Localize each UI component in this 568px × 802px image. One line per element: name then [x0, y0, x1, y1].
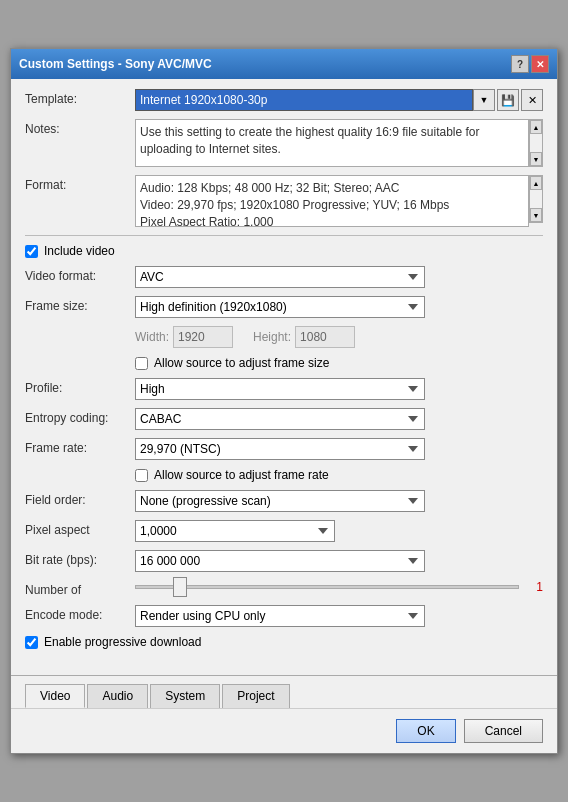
pixel-aspect-select[interactable]: 1,0000 0,9091 1,2121	[135, 520, 335, 542]
dialog-title: Custom Settings - Sony AVC/MVC	[19, 57, 212, 71]
main-content: Template: ▼ 💾 ✕ Notes: Use this setting …	[11, 79, 557, 667]
template-delete-button[interactable]: ✕	[521, 89, 543, 111]
encode-mode-label: Encode mode:	[25, 605, 135, 622]
title-bar-buttons: ? ✕	[511, 55, 549, 73]
encode-mode-field: Render using CPU only Render using GPU	[135, 605, 543, 627]
dimensions-spacer	[25, 326, 135, 329]
frame-size-label: Frame size:	[25, 296, 135, 313]
allow-source-frame-checkbox[interactable]	[135, 357, 148, 370]
format-scroll-down[interactable]: ▼	[530, 208, 542, 222]
pixel-aspect-label: Pixel aspect	[25, 520, 135, 537]
frame-size-row: Frame size: High definition (1920x1080) …	[25, 296, 543, 318]
allow-source-frame-rate-row: Allow source to adjust frame rate	[25, 468, 543, 482]
field-order-field: None (progressive scan) Upper field firs…	[135, 490, 543, 512]
number-of-value: 1	[523, 580, 543, 594]
scroll-up-arrow[interactable]: ▲	[530, 120, 542, 134]
template-row: Template: ▼ 💾 ✕	[25, 89, 543, 111]
allow-source-frame-row: Allow source to adjust frame size	[25, 356, 543, 370]
format-line1: Audio: 128 Kbps; 48 000 Hz; 32 Bit; Ster…	[140, 180, 524, 197]
include-video-label: Include video	[44, 244, 115, 258]
profile-select[interactable]: High Main Baseline	[135, 378, 425, 400]
field-order-select[interactable]: None (progressive scan) Upper field firs…	[135, 490, 425, 512]
button-row: OK Cancel	[11, 708, 557, 753]
bit-rate-label: Bit rate (bps):	[25, 550, 135, 567]
tab-video[interactable]: Video	[25, 684, 85, 708]
encode-mode-select[interactable]: Render using CPU only Render using GPU	[135, 605, 425, 627]
profile-row: Profile: High Main Baseline	[25, 378, 543, 400]
cancel-button[interactable]: Cancel	[464, 719, 543, 743]
allow-source-frame-label: Allow source to adjust frame size	[154, 356, 329, 370]
notes-label: Notes:	[25, 119, 135, 136]
enable-progressive-checkbox[interactable]	[25, 636, 38, 649]
entropy-coding-label: Entropy coding:	[25, 408, 135, 425]
notes-row: Notes: Use this setting to create the hi…	[25, 119, 543, 167]
video-format-field: AVC MVC	[135, 266, 543, 288]
title-bar: Custom Settings - Sony AVC/MVC ? ✕	[11, 49, 557, 79]
dialog: Custom Settings - Sony AVC/MVC ? ✕ Templ…	[10, 48, 558, 754]
tab-system[interactable]: System	[150, 684, 220, 708]
frame-size-field: High definition (1920x1080) Standard def…	[135, 296, 543, 318]
format-line3: Pixel Aspect Ratio: 1,000	[140, 214, 524, 227]
frame-rate-select[interactable]: 29,970 (NTSC) 25,000 (PAL) 23,976	[135, 438, 425, 460]
encode-mode-row: Encode mode: Render using CPU only Rende…	[25, 605, 543, 627]
frame-rate-field: 29,970 (NTSC) 25,000 (PAL) 23,976	[135, 438, 543, 460]
number-of-row: Number of 1	[25, 580, 543, 597]
allow-source-rate-spacer	[25, 468, 135, 471]
video-format-select[interactable]: AVC MVC	[135, 266, 425, 288]
notes-text: Use this setting to create the highest q…	[135, 119, 529, 167]
template-label: Template:	[25, 89, 135, 106]
entropy-coding-select[interactable]: CABAC CAVLC	[135, 408, 425, 430]
separator-1	[25, 235, 543, 236]
bit-rate-field: 16 000 000 8 000 000 4 000 000	[135, 550, 543, 572]
video-format-row: Video format: AVC MVC	[25, 266, 543, 288]
template-dropdown-button[interactable]: ▼	[473, 89, 495, 111]
height-label: Height:	[253, 330, 291, 344]
help-button[interactable]: ?	[511, 55, 529, 73]
format-scrollbar[interactable]: ▲ ▼	[529, 175, 543, 223]
scroll-down-arrow[interactable]: ▼	[530, 152, 542, 166]
ok-button[interactable]: OK	[396, 719, 455, 743]
number-of-field: 1	[135, 580, 543, 594]
format-row: Format: Audio: 128 Kbps; 48 000 Hz; 32 B…	[25, 175, 543, 227]
notes-scrollbar[interactable]: ▲ ▼	[529, 119, 543, 167]
allow-source-frame-rate-checkbox[interactable]	[135, 469, 148, 482]
window-close-button[interactable]: ✕	[531, 55, 549, 73]
pixel-aspect-field: 1,0000 0,9091 1,2121	[135, 520, 543, 542]
dimensions-field: Width: Height:	[135, 326, 543, 348]
field-order-label: Field order:	[25, 490, 135, 507]
profile-field: High Main Baseline	[135, 378, 543, 400]
allow-source-frame-spacer	[25, 356, 135, 359]
width-input[interactable]	[173, 326, 233, 348]
allow-source-rate-field: Allow source to adjust frame rate	[135, 468, 543, 482]
number-of-slider[interactable]	[135, 585, 519, 589]
enable-progressive-label: Enable progressive download	[44, 635, 201, 649]
video-format-label: Video format:	[25, 266, 135, 283]
frame-size-select[interactable]: High definition (1920x1080) Standard def…	[135, 296, 425, 318]
entropy-coding-row: Entropy coding: CABAC CAVLC	[25, 408, 543, 430]
height-input[interactable]	[295, 326, 355, 348]
template-input[interactable]	[135, 89, 473, 111]
dimensions-row: Width: Height:	[25, 326, 543, 348]
width-label: Width:	[135, 330, 169, 344]
frame-rate-label: Frame rate:	[25, 438, 135, 455]
tabs-container: Video Audio System Project	[11, 675, 557, 708]
tab-audio[interactable]: Audio	[87, 684, 148, 708]
include-video-row: Include video	[25, 244, 543, 258]
entropy-coding-field: CABAC CAVLC	[135, 408, 543, 430]
field-order-row: Field order: None (progressive scan) Upp…	[25, 490, 543, 512]
format-line2: Video: 29,970 fps; 1920x1080 Progressive…	[140, 197, 524, 214]
format-text: Audio: 128 Kbps; 48 000 Hz; 32 Bit; Ster…	[135, 175, 529, 227]
format-label: Format:	[25, 175, 135, 192]
allow-source-frame-field: Allow source to adjust frame size	[135, 356, 543, 370]
number-of-label: Number of	[25, 580, 135, 597]
frame-rate-row: Frame rate: 29,970 (NTSC) 25,000 (PAL) 2…	[25, 438, 543, 460]
profile-label: Profile:	[25, 378, 135, 395]
template-field: ▼ 💾 ✕	[135, 89, 543, 111]
include-video-checkbox[interactable]	[25, 245, 38, 258]
enable-progressive-row: Enable progressive download	[25, 635, 543, 649]
bit-rate-select[interactable]: 16 000 000 8 000 000 4 000 000	[135, 550, 425, 572]
tab-project[interactable]: Project	[222, 684, 289, 708]
template-save-button[interactable]: 💾	[497, 89, 519, 111]
pixel-aspect-row: Pixel aspect 1,0000 0,9091 1,2121	[25, 520, 543, 542]
format-scroll-up[interactable]: ▲	[530, 176, 542, 190]
